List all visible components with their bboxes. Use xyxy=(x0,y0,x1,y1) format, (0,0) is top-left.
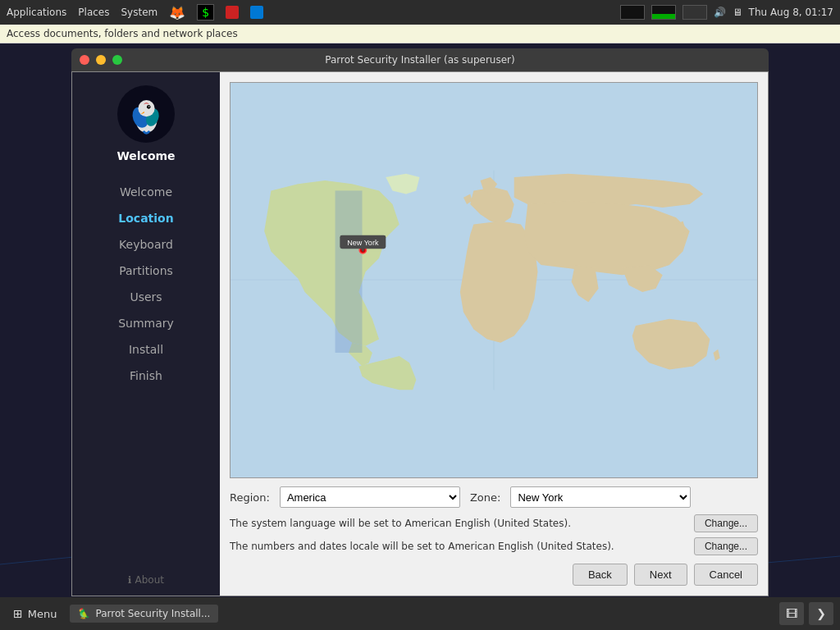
system-menu[interactable]: System xyxy=(121,7,158,18)
svg-point-3 xyxy=(138,100,154,116)
svg-text:New York: New York xyxy=(347,239,379,247)
change-locale-button[interactable]: Change... xyxy=(694,537,758,555)
topbar-left: Applications Places System 🦊 $ xyxy=(7,4,263,21)
titlebar: Parrot Security Installer (as superuser) xyxy=(71,48,769,71)
parrot-taskbar-icon: 🦜 xyxy=(78,608,90,619)
locale-info-row: The numbers and dates locale will be set… xyxy=(230,537,758,555)
indicator-dark2 xyxy=(682,5,707,20)
menu-label: Menu xyxy=(28,608,57,620)
tooltip-text: Access documents, folders and network pl… xyxy=(7,28,238,39)
volume-icon[interactable]: 🔊 xyxy=(714,7,726,18)
world-map[interactable]: New York xyxy=(230,82,758,478)
info-icon: ℹ xyxy=(128,574,132,586)
taskbar-menu-button[interactable]: ⊞ Menu xyxy=(7,604,63,623)
sidebar-item-partitions[interactable]: Partitions xyxy=(72,258,220,284)
language-info-text: The system language will be set to Ameri… xyxy=(230,518,571,529)
applications-menu[interactable]: Applications xyxy=(7,7,66,18)
vscode-icon[interactable] xyxy=(250,6,263,19)
window-title: Parrot Security Installer (as superuser) xyxy=(325,54,514,66)
content-area: New York Region: America Zone: New York … xyxy=(220,72,768,596)
chevron-icon: ❯ xyxy=(816,607,826,620)
close-button[interactable] xyxy=(80,55,89,65)
display-icon[interactable]: 🖥 xyxy=(733,7,742,18)
indicator-green xyxy=(651,5,676,20)
taskbar: ⊞ Menu 🦜 Parrot Security Install... 🎞 ❯ xyxy=(0,597,840,630)
sidebar-welcome-label: Welcome xyxy=(116,149,175,162)
taskbar-right: 🎞 ❯ xyxy=(779,602,833,625)
taskbar-icon-2[interactable]: ❯ xyxy=(809,602,833,625)
taskbar-app-label: Parrot Security Install... xyxy=(95,608,210,619)
next-button[interactable]: Next xyxy=(634,564,687,586)
svg-point-5 xyxy=(148,106,148,107)
region-label: Region: xyxy=(230,491,270,504)
grid-icon: ⊞ xyxy=(13,607,23,620)
tooltip-bar: Access documents, folders and network pl… xyxy=(0,25,840,43)
red-square-icon[interactable] xyxy=(226,6,239,19)
change-language-button[interactable]: Change... xyxy=(694,514,758,532)
indicator-dark xyxy=(620,5,645,20)
zone-label: Zone: xyxy=(470,491,500,504)
cancel-button[interactable]: Cancel xyxy=(694,564,758,586)
topbar-right: 🔊 🖥 Thu Aug 8, 01:17 xyxy=(620,5,833,20)
sidebar-item-finish[interactable]: Finish xyxy=(72,363,220,389)
about-label: About xyxy=(135,574,164,586)
sidebar-item-install[interactable]: Install xyxy=(72,336,220,363)
main-window: Welcome Welcome Location Keyboard Partit… xyxy=(71,71,769,596)
nav-buttons: Back Next Cancel xyxy=(230,564,758,586)
sidebar-item-welcome[interactable]: Welcome xyxy=(72,179,220,205)
language-info-row: The system language will be set to Ameri… xyxy=(230,514,758,532)
sidebar-item-summary[interactable]: Summary xyxy=(72,310,220,336)
taskbar-icon-1[interactable]: 🎞 xyxy=(779,602,804,625)
sidebar-item-users[interactable]: Users xyxy=(72,284,220,310)
sidebar-item-location[interactable]: Location xyxy=(72,205,220,231)
svg-rect-9 xyxy=(336,190,363,353)
zone-select[interactable]: New York xyxy=(510,486,691,508)
datetime-label: Thu Aug 8, 01:17 xyxy=(749,7,833,18)
locale-info-text: The numbers and dates locale will be set… xyxy=(230,541,614,552)
sidebar-logo xyxy=(117,85,175,143)
region-select[interactable]: America xyxy=(280,486,460,508)
terminal-icon[interactable]: $ xyxy=(197,4,214,21)
places-menu[interactable]: Places xyxy=(78,7,109,18)
browser-icon[interactable]: 🦊 xyxy=(169,5,185,21)
sidebar: Welcome Welcome Location Keyboard Partit… xyxy=(72,72,220,596)
maximize-button[interactable] xyxy=(112,55,122,65)
film-icon: 🎞 xyxy=(786,607,797,620)
topbar: Applications Places System 🦊 $ 🔊 🖥 Thu A… xyxy=(0,0,840,25)
region-zone-row: Region: America Zone: New York xyxy=(230,486,758,508)
sidebar-about[interactable]: ℹ About xyxy=(128,574,164,586)
taskbar-app-button[interactable]: 🦜 Parrot Security Install... xyxy=(70,605,218,623)
back-button[interactable]: Back xyxy=(573,564,628,586)
sidebar-item-keyboard[interactable]: Keyboard xyxy=(72,231,220,258)
minimize-button[interactable] xyxy=(96,55,106,65)
